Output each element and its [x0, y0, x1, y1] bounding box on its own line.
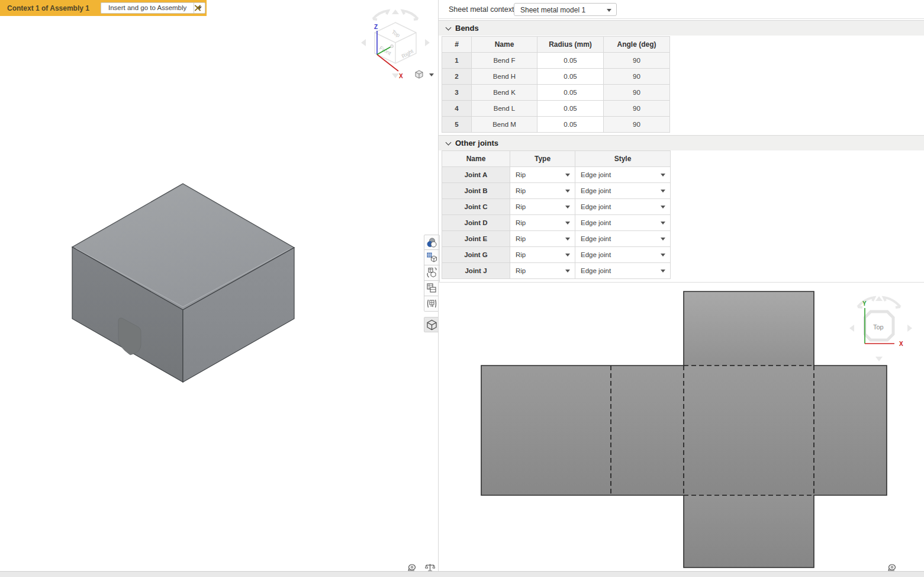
axis-y-label: Y — [862, 300, 867, 307]
caret-down-icon — [565, 270, 570, 273]
joint-type-dropdown[interactable]: Rip — [510, 263, 575, 279]
bend-angle-field[interactable]: 90 — [604, 69, 670, 85]
context-banner: Context 1 of Assembly 1 Insert and go to… — [0, 0, 207, 16]
caret-down-icon — [661, 222, 665, 225]
bend-name[interactable]: Bend K — [472, 85, 537, 101]
joint-type-dropdown[interactable]: Rip — [510, 215, 575, 231]
table-row: Joint A Rip Edge joint — [442, 167, 671, 183]
axis-x-label: X — [399, 73, 403, 79]
joint-style-dropdown[interactable]: Edge joint — [575, 183, 671, 199]
joint-style-dropdown[interactable]: Edge joint — [575, 247, 671, 263]
caret-down-icon — [565, 222, 570, 225]
view-cube-face-top[interactable]: Top — [391, 29, 401, 39]
joint-name: Joint B — [442, 183, 510, 199]
joint-style-dropdown[interactable]: Edge joint — [575, 167, 671, 183]
joints-col-name: Name — [442, 151, 510, 167]
view-cube-face-label[interactable]: Top — [873, 323, 884, 331]
bend-angle-field[interactable]: 90 — [604, 53, 670, 69]
table-row: 3 Bend K 0.05 90 — [442, 85, 670, 101]
viewport-toolbar — [424, 235, 440, 332]
bend-radius-field[interactable]: 0.05 — [537, 53, 604, 69]
rotate-cube-icon — [426, 267, 437, 278]
joint-name: Joint C — [442, 199, 510, 215]
unfold-toggle-button[interactable] — [424, 296, 440, 312]
flat-pattern-viewport[interactable]: Top Y X — [439, 283, 924, 571]
caret-down-icon — [661, 254, 665, 257]
joint-style-dropdown[interactable]: Edge joint — [575, 199, 671, 215]
bend-radius-field[interactable]: 0.05 — [537, 101, 604, 117]
sheet-metal-3d-model[interactable] — [47, 166, 320, 403]
table-row: Joint C Rip Edge joint — [442, 199, 671, 215]
joint-style-dropdown[interactable]: Edge joint — [575, 231, 671, 247]
other-joints-section-header[interactable]: Other joints — [439, 135, 924, 150]
bends-section-title: Bends — [455, 24, 479, 33]
table-row: Joint E Rip Edge joint — [442, 231, 671, 247]
joint-style-dropdown[interactable]: Edge joint — [575, 215, 671, 231]
bend-radius-field[interactable]: 0.05 — [537, 69, 604, 85]
render-style-button[interactable] — [424, 235, 440, 250]
joint-style-value: Edge joint — [581, 171, 611, 178]
bends-col-radius: Radius (mm) — [537, 37, 604, 53]
joint-style-value: Edge joint — [581, 187, 611, 194]
joint-style-value: Edge joint — [581, 203, 611, 210]
bend-radius-field[interactable]: 0.05 — [537, 85, 604, 101]
axis-x-label: X — [899, 341, 903, 347]
joint-name: Joint A — [442, 167, 510, 183]
table-row: 2 Bend H 0.05 90 — [442, 69, 670, 85]
flat-panel-top-flap[interactable] — [684, 291, 814, 366]
close-context-icon[interactable] — [194, 4, 201, 11]
bend-angle-field[interactable]: 90 — [604, 85, 670, 101]
bend-angle-field[interactable]: 90 — [604, 117, 670, 133]
sheet-metal-model-select[interactable]: Sheet metal model 1 — [514, 3, 617, 16]
grid-view-button[interactable] — [424, 250, 440, 265]
bend-name[interactable]: Bend H — [472, 69, 537, 85]
chevron-down-icon — [446, 140, 452, 146]
other-joints-section-title: Other joints — [455, 139, 498, 148]
joints-col-type: Type — [510, 151, 575, 167]
isometric-view-button[interactable] — [424, 317, 440, 332]
insert-and-go-button[interactable]: Insert and go to Assembly — [101, 2, 194, 14]
3d-viewport[interactable]: Top Front Right Z X — [0, 0, 438, 571]
bend-number: 1 — [442, 53, 472, 69]
joint-name: Joint J — [442, 263, 510, 279]
joints-header-row: Name Type Style — [442, 151, 671, 167]
bend-number: 2 — [442, 69, 472, 85]
isometric-cube-icon — [426, 319, 437, 331]
joint-type-dropdown[interactable]: Rip — [510, 231, 575, 247]
bend-radius-field[interactable]: 0.05 — [537, 117, 604, 133]
joints-col-style: Style — [575, 151, 671, 167]
bend-angle-field[interactable]: 90 — [604, 101, 670, 117]
bends-section-header[interactable]: Bends — [439, 20, 924, 36]
context-banner-title: Context 1 of Assembly 1 — [7, 4, 89, 12]
joint-style-dropdown[interactable]: Edge joint — [575, 263, 671, 279]
joint-type-dropdown[interactable]: Rip — [510, 199, 575, 215]
bends-col-number: # — [442, 37, 472, 53]
rotate-model-button[interactable] — [424, 265, 440, 281]
joint-type-dropdown[interactable]: Rip — [510, 183, 575, 199]
bend-name[interactable]: Bend F — [472, 53, 537, 69]
select-caret-icon — [607, 9, 611, 12]
bend-number: 3 — [442, 85, 472, 101]
caret-down-icon — [565, 238, 570, 241]
table-row: Joint J Rip Edge joint — [442, 263, 671, 279]
joint-name: Joint D — [442, 215, 510, 231]
bend-name[interactable]: Bend M — [472, 117, 537, 133]
bend-number: 4 — [442, 101, 472, 117]
table-row: Joint D Rip Edge joint — [442, 215, 671, 231]
sheet-metal-context-bar: Sheet metal context: Sheet metal model 1 — [439, 0, 924, 19]
overlapping-sheets-icon — [426, 283, 437, 294]
joint-name: Joint E — [442, 231, 510, 247]
joint-type-value: Rip — [516, 203, 526, 210]
table-row: 4 Bend L 0.05 90 — [442, 101, 670, 117]
view-options-button[interactable] — [414, 69, 437, 81]
flat-panel-bottom-flap[interactable] — [684, 495, 814, 568]
axis-z-label: Z — [374, 24, 378, 30]
joint-type-value: Rip — [516, 251, 526, 258]
view-cube-flat[interactable]: Top Y X — [847, 291, 924, 368]
joint-type-dropdown[interactable]: Rip — [510, 167, 575, 183]
table-row: Joint B Rip Edge joint — [442, 183, 671, 199]
bend-name[interactable]: Bend L — [472, 101, 537, 117]
joint-style-value: Edge joint — [581, 267, 611, 274]
flat-pattern-sheets-button[interactable] — [424, 281, 440, 296]
joint-type-dropdown[interactable]: Rip — [510, 247, 575, 263]
